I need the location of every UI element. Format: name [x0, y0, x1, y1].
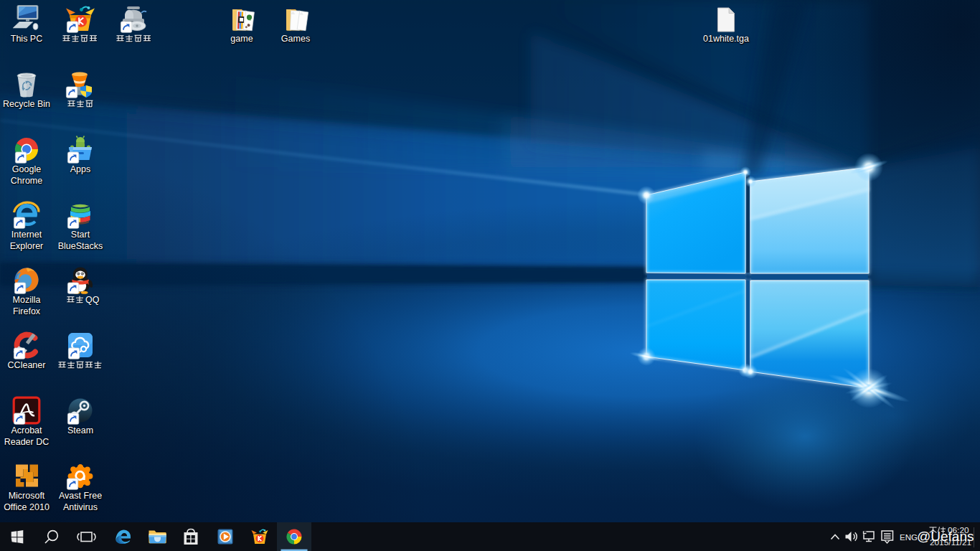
svg-text:@Uefans: @Uefans: [917, 529, 974, 544]
svg-text:QQ: QQ: [85, 295, 100, 305]
svg-text:ENG: ENG: [900, 533, 918, 542]
